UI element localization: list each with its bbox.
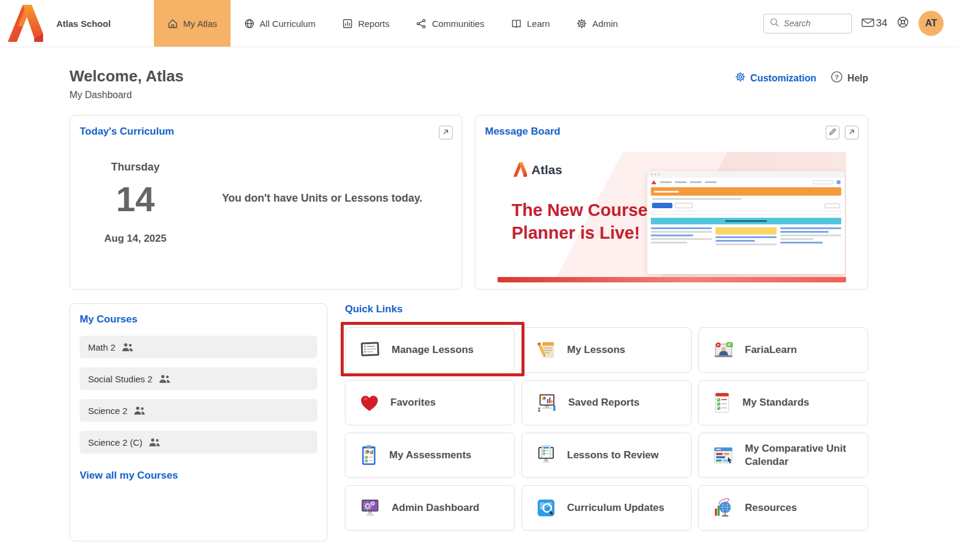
quick-link-farialearn[interactable]: FariaLearn <box>698 327 868 373</box>
support-icon <box>896 16 910 31</box>
weekday: Thursday <box>80 161 191 174</box>
nav-item-admin[interactable]: Admin <box>563 0 631 47</box>
nav-item-learn[interactable]: Learn <box>498 0 563 47</box>
search-box[interactable] <box>763 14 852 34</box>
help-link[interactable]: ? Help <box>830 71 868 86</box>
course-row-science-2-c[interactable]: Science 2 (C) <box>80 431 317 454</box>
tile-wrap-favorites: Favorites <box>345 380 515 425</box>
atlas-logo-icon <box>5 2 46 44</box>
open-message-board-button[interactable] <box>845 126 859 139</box>
course-name: Science 2 <box>88 406 128 416</box>
course-row-math-2[interactable]: Math 2 <box>80 336 317 358</box>
date-block: Thursday 14 Aug 14, 2025 <box>80 161 191 245</box>
edit-message-board-button[interactable] <box>826 126 839 139</box>
todays-curriculum-card: Today's Curriculum Thursday 14 Aug 14, 2… <box>69 115 462 290</box>
faria-learn-icon <box>712 340 735 360</box>
messages-button[interactable]: 34 <box>861 17 887 31</box>
quick-link-label: Manage Lessons <box>392 343 474 357</box>
course-row-social-studies-2[interactable]: Social Studies 2 <box>80 367 317 390</box>
tile-wrap-admin-dashboard: Admin Dashboard <box>345 485 515 531</box>
tile-wrap-my-lessons: My Lessons <box>522 327 692 373</box>
saved-reports-icon <box>535 392 558 413</box>
school-name: Atlas School <box>56 19 111 29</box>
people-icon <box>148 438 160 447</box>
course-name: Math 2 <box>88 342 116 352</box>
full-date: Aug 14, 2025 <box>80 233 191 245</box>
nav-item-reports[interactable]: Reports <box>329 0 403 47</box>
tile-wrap-curriculum-updates: Curriculum Updates <box>522 485 692 531</box>
quick-link-resources[interactable]: Resources <box>698 485 868 531</box>
view-all-courses-link[interactable]: View all my Courses <box>80 470 178 482</box>
banner-atlas-logo-icon <box>512 162 528 178</box>
book-icon <box>511 18 522 29</box>
comparative-unit-calendar-icon <box>712 445 735 465</box>
message-board-card: Message Board <box>475 115 868 290</box>
course-planner-thumbnail <box>647 171 845 274</box>
quick-link-label: Lessons to Review <box>567 449 659 462</box>
course-name: Social Studies 2 <box>88 374 153 384</box>
globe-icon <box>244 18 255 29</box>
banner-headline: The New Course Planner is Live! <box>512 199 648 245</box>
tile-wrap-saved-reports: Saved Reports <box>522 380 692 425</box>
atlas-logo[interactable] <box>0 0 46 47</box>
quick-link-admin-dashboard[interactable]: Admin Dashboard <box>345 485 515 531</box>
admin-dashboard-icon <box>359 497 381 519</box>
quick-link-favorites[interactable]: Favorites <box>345 380 515 425</box>
banner-headline-line1: The New Course <box>512 199 648 221</box>
quick-link-curriculum-updates[interactable]: Curriculum Updates <box>522 485 692 531</box>
quick-link-label: Curriculum Updates <box>567 501 664 515</box>
quick-links-section: Quick Links Manage LessonsMy LessonsFari… <box>345 303 868 541</box>
support-button[interactable] <box>896 16 910 31</box>
quick-link-saved-reports[interactable]: Saved Reports <box>522 380 692 425</box>
banner-red-strip <box>498 277 846 282</box>
app-header: Atlas School My AtlasAll CurriculumRepor… <box>0 0 958 47</box>
header-right: 34 AT <box>763 0 958 47</box>
gear-icon <box>576 18 587 29</box>
nav-item-my-atlas[interactable]: My Atlas <box>154 0 231 47</box>
favorites-icon <box>359 392 380 413</box>
quick-links-title: Quick Links <box>345 303 868 315</box>
tile-wrap-farialearn: FariaLearn <box>698 327 868 373</box>
customization-link[interactable]: Customization <box>735 71 816 85</box>
dashboard-page: Welcome, Atlas My Dashboard Customizatio… <box>0 47 958 541</box>
quick-link-my-lessons[interactable]: My Lessons <box>522 327 692 373</box>
quick-links-grid: Manage LessonsMy LessonsFariaLearnFavori… <box>345 327 868 531</box>
course-row-science-2[interactable]: Science 2 <box>80 399 317 422</box>
tile-wrap-my-comparative-unit-calendar: My Comparative Unit Calendar <box>698 433 868 478</box>
search-input[interactable] <box>784 19 844 28</box>
nav-item-communities[interactable]: Communities <box>402 0 498 47</box>
search-icon <box>769 17 780 30</box>
resources-icon <box>712 497 735 519</box>
help-label: Help <box>847 73 868 84</box>
nav-item-all-curriculum[interactable]: All Curriculum <box>231 0 329 47</box>
tile-wrap-manage-lessons: Manage Lessons <box>345 327 515 373</box>
mail-count-badge: 34 <box>876 17 887 29</box>
my-assessments-icon <box>359 444 379 467</box>
nav-item-label: My Atlas <box>183 19 217 29</box>
external-link-icon <box>442 127 450 138</box>
quick-link-label: Saved Reports <box>568 396 639 409</box>
customization-label: Customization <box>750 73 816 84</box>
left-edge-shadow <box>0 95 20 465</box>
quick-link-lessons-to-review[interactable]: Lessons to Review <box>522 433 692 478</box>
quick-link-manage-lessons[interactable]: Manage Lessons <box>345 327 515 373</box>
open-todays-curriculum-button[interactable] <box>439 126 453 139</box>
main-nav: My AtlasAll CurriculumReportsCommunities… <box>154 0 631 47</box>
quick-link-my-assessments[interactable]: My Assessments <box>345 433 515 478</box>
course-list: Math 2Social Studies 2Science 2Science 2… <box>80 336 317 454</box>
day-number: 14 <box>80 182 191 217</box>
people-icon <box>134 406 145 415</box>
my-courses-title: My Courses <box>80 314 317 325</box>
message-board-banner[interactable]: Atlas The New Course Planner is Live! <box>498 152 846 282</box>
svg-text:?: ? <box>835 74 839 81</box>
nav-item-label: All Curriculum <box>260 19 316 29</box>
people-icon <box>122 343 134 352</box>
banner-headline-line2: Planner is Live! <box>512 221 648 244</box>
no-lessons-message: You don't have Units or Lessons today. <box>191 192 447 245</box>
page-subtitle: My Dashboard <box>69 90 184 101</box>
nav-item-label: Communities <box>432 19 484 29</box>
quick-link-label: FariaLearn <box>745 343 797 357</box>
quick-link-my-comparative-unit-calendar[interactable]: My Comparative Unit Calendar <box>698 433 868 478</box>
avatar[interactable]: AT <box>918 11 944 36</box>
quick-link-my-standards[interactable]: My Standards <box>698 380 868 425</box>
